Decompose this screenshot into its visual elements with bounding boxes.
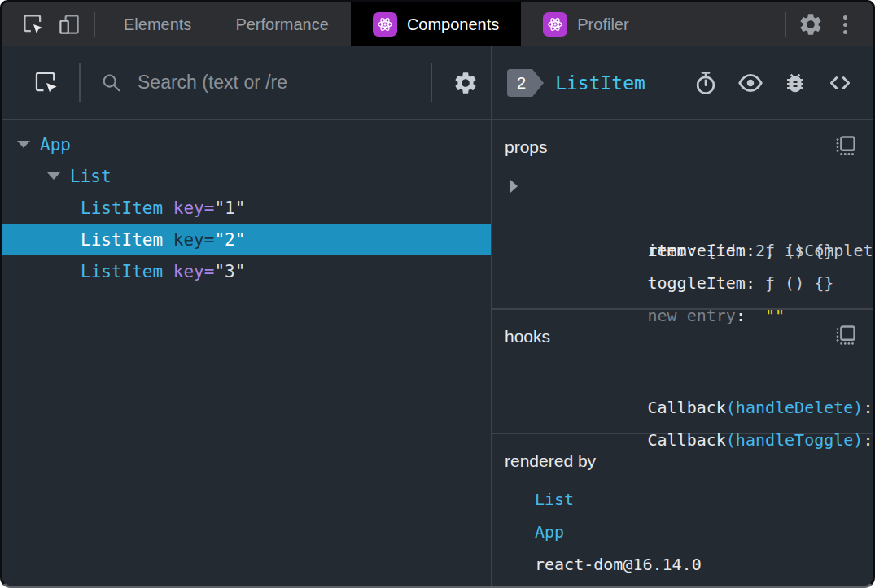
prop-row-new-entry[interactable]: new entry: "" <box>492 267 873 299</box>
chevron-down-icon[interactable] <box>47 172 60 180</box>
components-panel: App List ListItem key="1" ListItem key="… <box>2 46 873 586</box>
selected-component-title: ListItem <box>555 72 645 94</box>
kebab-menu-icon <box>843 15 847 20</box>
tab-label: Profiler <box>577 15 628 34</box>
props-section-title: props <box>492 135 873 159</box>
props-rows: item: {id: 2, isComplete: t… removeItem:… <box>492 169 873 299</box>
rendered-by-section: rendered by List App react-dom@16.14.0 <box>492 434 873 586</box>
inspector-pane: 2 ListItem <box>492 46 873 586</box>
gear-icon <box>798 11 824 37</box>
stopwatch-icon <box>693 70 719 96</box>
view-source-button[interactable] <box>827 70 853 96</box>
key-attribute: key= <box>173 262 215 281</box>
component-name: ListItem <box>81 198 163 218</box>
tree-row-listitem-1[interactable]: ListItem key="1" <box>2 192 491 224</box>
key-value: "3" <box>214 262 245 281</box>
tree-row-listitem-3[interactable]: ListItem key="3" <box>2 255 491 287</box>
inspector-actions <box>693 70 853 96</box>
renderer-version: react-dom@16.14.0 <box>535 555 702 574</box>
suspense-toggle-button[interactable] <box>693 70 719 96</box>
expand-arrow-icon[interactable] <box>510 180 518 193</box>
tree-row-app[interactable]: App <box>2 128 491 160</box>
toolbar-separator <box>431 63 432 102</box>
select-component-button[interactable] <box>25 46 68 119</box>
rendered-by-item-reactdom: react-dom@16.14.0 <box>492 548 873 581</box>
key-attribute: key= <box>173 198 215 218</box>
tab-profiler[interactable]: Profiler <box>521 2 650 46</box>
component-name: ListItem <box>81 230 163 250</box>
main-toolbar: Elements Performance Components <box>2 2 873 46</box>
tree-row-list[interactable]: List <box>2 160 491 192</box>
prop-row-removeitem[interactable]: removeItem: ƒ () {} <box>492 202 873 234</box>
owner-link[interactable]: App <box>535 522 564 542</box>
owner-link[interactable]: List <box>535 490 574 509</box>
tab-components[interactable]: Components <box>351 2 521 46</box>
key-value: "2" <box>214 230 245 250</box>
inspect-cursor-icon <box>21 12 46 37</box>
bug-icon <box>783 71 807 95</box>
code-brackets-icon <box>826 69 854 97</box>
device-toolbar-button[interactable] <box>51 2 87 46</box>
hooks-section: hooks Callback(handleDe <box>492 310 873 434</box>
prop-row-item[interactable]: item: {id: 2, isComplete: t… <box>492 169 873 202</box>
gear-icon <box>453 70 479 96</box>
rendered-by-item-app[interactable]: App <box>492 516 873 548</box>
hook-row-callback-delete[interactable]: Callback(handleDelete): ƒ () {} <box>492 359 873 391</box>
toolbar-separator <box>94 12 95 37</box>
search-field <box>92 71 422 94</box>
tree-row-listitem-2-selected[interactable]: ListItem key="2" <box>2 224 491 255</box>
copy-props-button[interactable] <box>833 133 858 158</box>
copy-icon <box>833 133 858 158</box>
rendered-by-rows: List App react-dom@16.14.0 <box>492 483 873 581</box>
component-name: ListItem <box>81 262 163 281</box>
copy-hooks-button[interactable] <box>833 323 858 347</box>
tree-pane: App List ListItem key="1" ListItem key="… <box>2 46 492 586</box>
rendered-by-item-list[interactable]: List <box>492 483 873 516</box>
toolbar-separator <box>785 12 786 37</box>
hooks-rows: Callback(handleDelete): ƒ () {} Callback… <box>492 359 873 424</box>
tab-label: Elements <box>124 15 191 34</box>
component-name: List <box>70 167 112 186</box>
toolbar-right <box>778 2 873 46</box>
inspect-dom-button[interactable] <box>737 70 763 96</box>
component-tree: App List ListItem key="1" ListItem key="… <box>2 120 491 586</box>
chevron-down-icon[interactable] <box>17 141 30 148</box>
log-to-console-button[interactable] <box>782 70 808 96</box>
inspector-header: 2 ListItem <box>492 46 873 120</box>
inspect-cursor-icon <box>33 69 60 97</box>
tab-label: Performance <box>235 15 329 34</box>
settings-button[interactable] <box>793 2 829 46</box>
prop-row-toggleitem[interactable]: toggleItem: ƒ () {} <box>492 234 873 267</box>
tab-performance[interactable]: Performance <box>213 2 351 46</box>
devtools-window: Elements Performance Components <box>0 0 875 588</box>
key-value: "1" <box>214 198 245 218</box>
search-icon <box>100 72 123 94</box>
toolbar-separator <box>79 63 81 102</box>
search-input[interactable] <box>136 71 422 94</box>
eye-icon <box>737 70 763 96</box>
hooks-section-title: hooks <box>492 324 873 349</box>
react-atom-icon <box>543 12 567 37</box>
component-name: App <box>40 135 71 155</box>
device-toolbar-icon <box>57 12 81 37</box>
tab-label: Components <box>407 15 499 34</box>
key-attribute: key= <box>173 230 215 250</box>
react-atom-icon <box>373 12 397 37</box>
inspect-element-button[interactable] <box>15 2 51 46</box>
tree-toolbar <box>2 46 491 120</box>
hook-row-callback-toggle[interactable]: Callback(handleToggle): ƒ () {} <box>492 391 873 424</box>
more-options-button[interactable] <box>829 2 861 46</box>
toolbar-left-icons <box>2 2 87 46</box>
rendered-by-title: rendered by <box>492 449 873 473</box>
owners-count-badge: 2 <box>507 69 532 97</box>
copy-icon <box>833 323 858 347</box>
tree-settings-button[interactable] <box>440 46 491 119</box>
props-section: props item <box>492 120 873 310</box>
tab-elements[interactable]: Elements <box>102 2 213 46</box>
